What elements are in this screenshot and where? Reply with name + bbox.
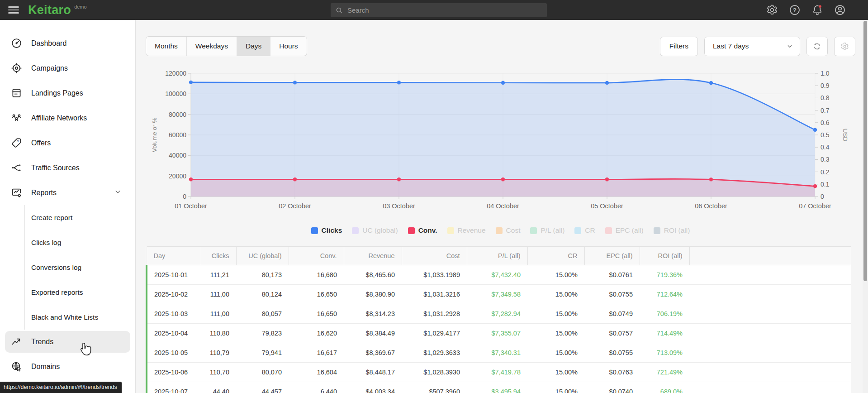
svg-text:0.4: 0.4 bbox=[821, 144, 830, 151]
keitaro-logo[interactable]: Keitaro bbox=[28, 3, 71, 17]
column-header-clicks: Clicks bbox=[201, 247, 236, 265]
cell-filler bbox=[689, 382, 851, 393]
svg-text:07 October: 07 October bbox=[799, 202, 831, 210]
search-icon bbox=[335, 6, 343, 14]
column-header-p-l-all: P/L (all) bbox=[467, 247, 527, 265]
svg-text:20000: 20000 bbox=[169, 173, 186, 180]
cell-revenue: $4,003.34 bbox=[344, 382, 402, 393]
sidebar-item-label: Affiliate Networks bbox=[31, 114, 87, 122]
cell-filler bbox=[689, 343, 851, 363]
column-header-filler bbox=[689, 247, 851, 265]
svg-text:USD: USD bbox=[842, 129, 849, 142]
help-icon[interactable]: ? bbox=[789, 4, 801, 16]
sidebar-item-dashboard[interactable]: Dashboard bbox=[0, 31, 135, 56]
cell-p-l-all: $7,355.07 bbox=[467, 324, 527, 343]
trends-table: DayClicksUC (global)Conv.RevenueCostP/L … bbox=[146, 246, 851, 393]
sidebar-item-affiliate-networks[interactable]: Affiliate Networks bbox=[0, 105, 135, 130]
cell-roi-all: 713.09% bbox=[640, 343, 689, 363]
legend-item-epc-all[interactable]: EPC (all) bbox=[605, 226, 644, 235]
sidebar-item-domains[interactable]: Domains bbox=[0, 354, 135, 379]
tab-months[interactable]: Months bbox=[146, 37, 187, 56]
scrollbar-thumb[interactable] bbox=[863, 21, 867, 281]
sidebar: Dashboard Campaigns Landings Pages Affil… bbox=[0, 20, 136, 393]
svg-text:100000: 100000 bbox=[165, 90, 186, 97]
filters-button[interactable]: Filters bbox=[660, 37, 698, 56]
legend-label: Cost bbox=[506, 226, 521, 235]
cell-clicks: 110,79 bbox=[201, 343, 236, 363]
date-range-select[interactable]: Last 7 days bbox=[704, 37, 800, 56]
table-row: 2025-10-03111,0080,05716,650$8,314.23$1,… bbox=[147, 304, 851, 324]
cell-cr: 15.00% bbox=[527, 343, 584, 363]
cell-day: 2025-10-01 bbox=[147, 265, 201, 285]
tab-hours[interactable]: Hours bbox=[270, 37, 306, 56]
legend-label: Revenue bbox=[458, 226, 486, 235]
hamburger-menu-icon[interactable] bbox=[8, 5, 19, 16]
sidebar-subitem-exported-reports[interactable]: Exported reports bbox=[25, 280, 135, 305]
tab-days[interactable]: Days bbox=[237, 37, 270, 56]
sidebar-item-traffic-sources[interactable]: Traffic Sources bbox=[0, 155, 135, 180]
sidebar-item-offers[interactable]: s Offers bbox=[0, 130, 135, 155]
cell-uc-global: 79,941 bbox=[236, 343, 289, 363]
sidebar-item-landings-pages[interactable]: Landings Pages bbox=[0, 81, 135, 105]
legend-item-clicks[interactable]: Clicks bbox=[311, 226, 342, 235]
svg-text:80000: 80000 bbox=[169, 111, 186, 118]
refresh-button[interactable] bbox=[806, 37, 828, 56]
cell-p-l-all: $7,282.94 bbox=[467, 304, 527, 324]
account-icon[interactable] bbox=[834, 4, 846, 16]
cell-uc-global: 79,823 bbox=[236, 324, 289, 343]
traffic-icon bbox=[11, 162, 22, 173]
svg-text:03 October: 03 October bbox=[383, 202, 415, 210]
legend-item-uc-global[interactable]: UC (global) bbox=[352, 226, 398, 235]
legend-label: ROI (all) bbox=[664, 226, 690, 235]
sidebar-item-label: Campaigns bbox=[31, 64, 68, 72]
legend-swatch bbox=[311, 227, 318, 234]
column-header-day: Day bbox=[147, 247, 201, 265]
svg-text:0.3: 0.3 bbox=[821, 156, 830, 163]
svg-text:0: 0 bbox=[183, 193, 186, 200]
cell-uc-global: 44,457 bbox=[236, 382, 289, 393]
granularity-tabs: MonthsWeekdaysDaysHours bbox=[146, 36, 307, 56]
legend-item-cr[interactable]: CR bbox=[574, 226, 595, 235]
cell-revenue: $8,384.49 bbox=[344, 324, 402, 343]
cell-conv: 16,680 bbox=[289, 265, 344, 285]
sidebar-item-trends[interactable]: Trends bbox=[5, 331, 130, 353]
sidebar-subitem-create-report[interactable]: Create report bbox=[25, 205, 135, 230]
legend-item-cost[interactable]: Cost bbox=[496, 226, 521, 235]
svg-text:01 October: 01 October bbox=[175, 202, 207, 210]
svg-text:Volume or %: Volume or % bbox=[151, 118, 158, 153]
legend-item-roi-all[interactable]: ROI (all) bbox=[654, 226, 690, 235]
sidebar-subitem-conversions-log[interactable]: Conversions log bbox=[25, 255, 135, 280]
settings-icon[interactable] bbox=[766, 4, 778, 16]
notifications-icon[interactable] bbox=[811, 4, 824, 16]
legend-item-p-l-all[interactable]: P/L (all) bbox=[530, 226, 564, 235]
sidebar-item-label: Traffic Sources bbox=[31, 164, 80, 172]
cell-cr: 15.00% bbox=[527, 304, 584, 324]
search-input[interactable] bbox=[347, 6, 542, 14]
sidebar-item-campaigns[interactable]: Campaigns bbox=[0, 56, 135, 81]
svg-text:s: s bbox=[16, 139, 19, 144]
sidebar-subitem-clicks-log[interactable]: Clicks log bbox=[25, 230, 135, 255]
cell-filler bbox=[689, 265, 851, 285]
svg-text:0.2: 0.2 bbox=[821, 168, 830, 176]
legend-item-conv[interactable]: Conv. bbox=[408, 226, 437, 235]
svg-text:?: ? bbox=[793, 6, 797, 13]
table-row: 2025-10-04110,8079,82316,620$8,384.49$1,… bbox=[147, 324, 851, 343]
cell-conv: 16,650 bbox=[289, 285, 344, 304]
tab-weekdays[interactable]: Weekdays bbox=[187, 37, 237, 56]
cell-p-l-all: $3,495.94 bbox=[467, 382, 527, 393]
column-header-epc-all: EPC (all) bbox=[584, 247, 640, 265]
table-row: 2025-10-01111,2180,17316,680$8,465.60$1,… bbox=[147, 265, 851, 285]
chart-settings-button[interactable] bbox=[834, 37, 855, 56]
sidebar-item-reports[interactable]: Reports bbox=[0, 180, 135, 205]
cell-filler bbox=[689, 363, 851, 382]
search-bar[interactable] bbox=[331, 3, 547, 17]
cell-day: 2025-10-05 bbox=[147, 343, 201, 363]
status-url-tooltip: https://demo.keitaro.io/admin/#!/trends/… bbox=[0, 382, 122, 393]
table-row: 2025-10-05110,7979,94116,617$8,369.67$1,… bbox=[147, 343, 851, 363]
cell-revenue: $8,314.23 bbox=[344, 304, 402, 324]
sidebar-subitem-black-and-white-lists[interactable]: Black and White Lists bbox=[25, 305, 135, 330]
legend-item-revenue[interactable]: Revenue bbox=[447, 226, 486, 235]
cell-cost: $1,029.4177 bbox=[402, 324, 467, 343]
cell-clicks: 111,00 bbox=[201, 285, 236, 304]
legend-label: Clicks bbox=[322, 226, 342, 235]
